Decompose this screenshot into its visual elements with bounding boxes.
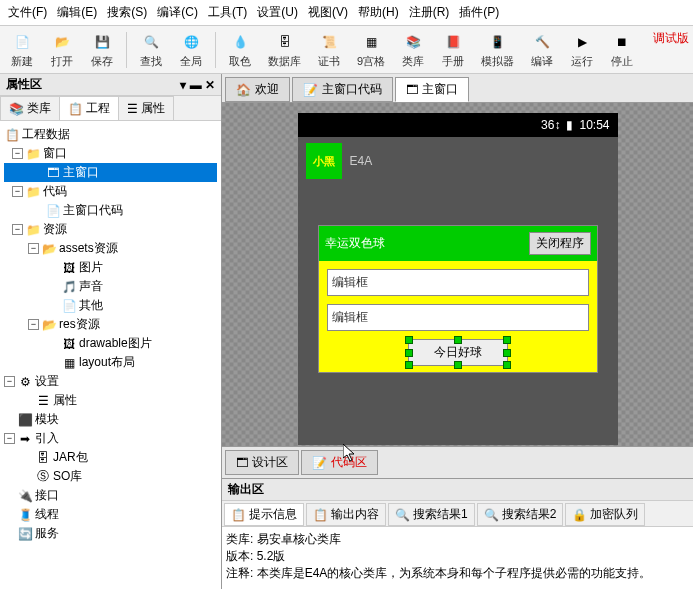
- collapse-icon[interactable]: −: [4, 433, 15, 444]
- doc-tab[interactable]: 🏠欢迎: [225, 77, 290, 102]
- menu-register[interactable]: 注册(R): [405, 2, 454, 23]
- document-tabs: 🏠欢迎📝主窗口代码🗔主窗口: [222, 74, 693, 103]
- resize-handle[interactable]: [405, 336, 413, 344]
- service-icon: 🔄: [17, 526, 33, 542]
- output-tab[interactable]: 🔍搜索结果1: [388, 503, 475, 526]
- menu-settings[interactable]: 设置(U): [253, 2, 302, 23]
- project-tree[interactable]: 📋工程数据 −📁窗口 🗔主窗口 −📁代码 📄主窗口代码 −📁资源 −📂asset…: [0, 121, 221, 589]
- toolbar-compile[interactable]: 🔨编译: [524, 28, 560, 71]
- left-tab-lib[interactable]: 📚类库: [0, 96, 60, 120]
- bottom-tab[interactable]: 🗔设计区: [225, 450, 299, 475]
- doc-tab[interactable]: 📝主窗口代码: [292, 77, 393, 102]
- tree-main-window[interactable]: 🗔主窗口: [4, 163, 217, 182]
- collapse-icon[interactable]: −: [12, 148, 23, 159]
- toolbar-label: 保存: [91, 54, 113, 69]
- yellow-panel[interactable]: 幸运双色球 关闭程序 编辑框 编辑框 今日好球: [318, 225, 598, 373]
- toolbar-stop[interactable]: ⏹停止: [604, 28, 640, 71]
- doc-tab[interactable]: 🗔主窗口: [395, 77, 469, 102]
- collapse-icon[interactable]: −: [28, 319, 39, 330]
- tree-other[interactable]: 📄其他: [4, 296, 217, 315]
- tree-service[interactable]: 🔄服务: [4, 524, 217, 543]
- tree-assets[interactable]: −📂assets资源: [4, 239, 217, 258]
- collapse-icon[interactable]: −: [12, 224, 23, 235]
- designer-canvas[interactable]: 36↕ ▮ 10:54 小黑 E4A 幸运双色球 关闭程序 编辑框 编: [222, 103, 693, 446]
- output-tab[interactable]: 🔍搜索结果2: [477, 503, 564, 526]
- tree-root-label: 工程数据: [22, 126, 70, 143]
- output-tabs: 📋提示信息📋输出内容🔍搜索结果1🔍搜索结果2🔒加密队列: [222, 501, 693, 527]
- app-title: E4A: [350, 154, 373, 168]
- resize-handle[interactable]: [503, 361, 511, 369]
- collapse-icon[interactable]: −: [28, 243, 39, 254]
- tree-thread[interactable]: 🧵线程: [4, 505, 217, 524]
- today-ball-button[interactable]: 今日好球: [408, 339, 508, 366]
- toolbar-phone[interactable]: 📱模拟器: [475, 28, 520, 71]
- tree-main-code[interactable]: 📄主窗口代码: [4, 201, 217, 220]
- module-icon: ⬛: [17, 412, 33, 428]
- tree-label: assets资源: [59, 240, 118, 257]
- edit-box-1[interactable]: 编辑框: [327, 269, 589, 296]
- interface-icon: 🔌: [17, 488, 33, 504]
- collapse-icon[interactable]: −: [12, 186, 23, 197]
- menu-file[interactable]: 文件(F): [4, 2, 51, 23]
- tree-module[interactable]: ⬛模块: [4, 410, 217, 429]
- tree-drawable[interactable]: 🖼drawable图片: [4, 334, 217, 353]
- tree-root[interactable]: 📋工程数据: [4, 125, 217, 144]
- toolbar-label: 9宫格: [357, 54, 385, 69]
- toolbar-lib[interactable]: 📚类库: [395, 28, 431, 71]
- phone-icon: 📱: [486, 30, 510, 54]
- tree-settings[interactable]: −⚙设置: [4, 372, 217, 391]
- toolbar-grid9[interactable]: ▦9宫格: [351, 28, 391, 71]
- menu-search[interactable]: 搜索(S): [103, 2, 151, 23]
- resize-handle[interactable]: [405, 349, 413, 357]
- toolbar-folder-open[interactable]: 📂打开: [44, 28, 80, 71]
- resize-handle[interactable]: [503, 349, 511, 357]
- menu-compile[interactable]: 编译(C): [153, 2, 202, 23]
- output-tab[interactable]: 📋提示信息: [224, 503, 304, 526]
- menu-help[interactable]: 帮助(H): [354, 2, 403, 23]
- tree-so[interactable]: ⓈSO库: [4, 467, 217, 486]
- tree-property[interactable]: ☰属性: [4, 391, 217, 410]
- tree-jar[interactable]: 🗄JAR包: [4, 448, 217, 467]
- tree-label: SO库: [53, 468, 82, 485]
- toolbar-disk[interactable]: 💾保存: [84, 28, 120, 71]
- collapse-icon[interactable]: −: [4, 376, 15, 387]
- toolbar-file-new[interactable]: 📄新建: [4, 28, 40, 71]
- proj-icon: 📋: [68, 102, 83, 116]
- signal-icon: 36↕: [541, 118, 560, 132]
- tree-res[interactable]: −📂res资源: [4, 315, 217, 334]
- edit-box-2[interactable]: 编辑框: [327, 304, 589, 331]
- menu-view[interactable]: 视图(V): [304, 2, 352, 23]
- tree-interface[interactable]: 🔌接口: [4, 486, 217, 505]
- tree-window[interactable]: −📁窗口: [4, 144, 217, 163]
- tree-sound[interactable]: 🎵声音: [4, 277, 217, 296]
- tree-import[interactable]: −➡引入: [4, 429, 217, 448]
- tree-code[interactable]: −📁代码: [4, 182, 217, 201]
- toolbar-globe[interactable]: 🌐全局: [173, 28, 209, 71]
- bottom-tab[interactable]: 📝代码区: [301, 450, 378, 475]
- home-icon: 🏠: [236, 83, 251, 97]
- menu-edit[interactable]: 编辑(E): [53, 2, 101, 23]
- output-tab[interactable]: 📋输出内容: [306, 503, 386, 526]
- menu-tools[interactable]: 工具(T): [204, 2, 251, 23]
- resize-handle[interactable]: [454, 361, 462, 369]
- resize-handle[interactable]: [454, 336, 462, 344]
- toolbar-cert[interactable]: 📜证书: [311, 28, 347, 71]
- output-tab[interactable]: 🔒加密队列: [565, 503, 645, 526]
- out-key: 版本:: [226, 549, 253, 563]
- left-tab-proj[interactable]: 📋工程: [59, 96, 119, 120]
- tree-resources[interactable]: −📁资源: [4, 220, 217, 239]
- toolbar-db[interactable]: 🗄数据库: [262, 28, 307, 71]
- tree-image[interactable]: 🖼图片: [4, 258, 217, 277]
- toolbar-search[interactable]: 🔍查找: [133, 28, 169, 71]
- left-tab-prop[interactable]: ☰属性: [118, 96, 174, 120]
- phone-body[interactable]: 幸运双色球 关闭程序 编辑框 编辑框 今日好球: [298, 185, 618, 445]
- toolbar-play[interactable]: ▶运行: [564, 28, 600, 71]
- resize-handle[interactable]: [503, 336, 511, 344]
- toolbar-book[interactable]: 📕手册: [435, 28, 471, 71]
- resize-handle[interactable]: [405, 361, 413, 369]
- toolbar-dropper[interactable]: 💧取色: [222, 28, 258, 71]
- tab-label: 搜索结果2: [502, 506, 557, 523]
- tree-layout[interactable]: ▦layout布局: [4, 353, 217, 372]
- menu-plugins[interactable]: 插件(P): [455, 2, 503, 23]
- close-program-button[interactable]: 关闭程序: [529, 232, 591, 255]
